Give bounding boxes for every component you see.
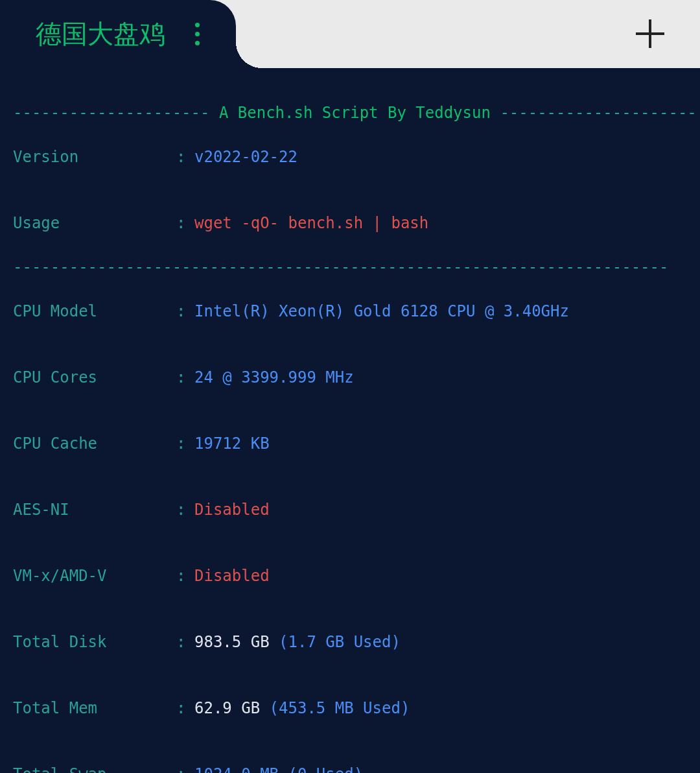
divider: ----------------------------------------… <box>13 258 668 276</box>
value-cpu-cache: 19712 KB <box>194 433 687 455</box>
tab-bar: 德国大盘鸡 <box>0 0 700 68</box>
label-aesni: AES-NI <box>13 499 176 521</box>
label-cpu-cores: CPU Cores <box>13 366 176 388</box>
value-mem-used: (453.5 MB Used) <box>270 699 410 717</box>
label-vmx: VM-x/AMD-V <box>13 565 176 587</box>
label-disk: Total Disk <box>13 631 176 653</box>
active-tab[interactable]: 德国大盘鸡 <box>0 0 236 68</box>
value-usage: wget -qO- bench.sh | bash <box>194 212 687 234</box>
terminal-output[interactable]: --------------------- A Bench.sh Script … <box>0 68 700 773</box>
value-cpu-model: Intel(R) Xeon(R) Gold 6128 CPU @ 3.40GHz <box>194 300 687 322</box>
value-swap: 1024.0 MB (0 Used) <box>194 763 687 773</box>
value-mem-total: 62.9 GB <box>194 699 260 717</box>
value-disk-total: 983.5 GB <box>194 633 270 651</box>
value-aesni: Disabled <box>194 499 687 521</box>
value-cpu-cores: 24 @ 3399.999 MHz <box>194 366 687 388</box>
header-line: --------------------- A Bench.sh Script … <box>13 104 697 122</box>
label-swap: Total Swap <box>13 763 176 773</box>
tab-menu-icon[interactable] <box>191 19 204 49</box>
new-tab-button[interactable] <box>636 19 664 48</box>
value-disk-used: (1.7 GB Used) <box>279 633 401 651</box>
label-usage: Usage <box>13 212 176 234</box>
value-version: v2022-02-22 <box>194 146 687 168</box>
label-cpu-model: CPU Model <box>13 300 176 322</box>
value-vmx: Disabled <box>194 565 687 587</box>
label-mem: Total Mem <box>13 697 176 719</box>
tab-title: 德国大盘鸡 <box>36 16 165 52</box>
label-cpu-cache: CPU Cache <box>13 433 176 455</box>
label-version: Version <box>13 146 176 168</box>
